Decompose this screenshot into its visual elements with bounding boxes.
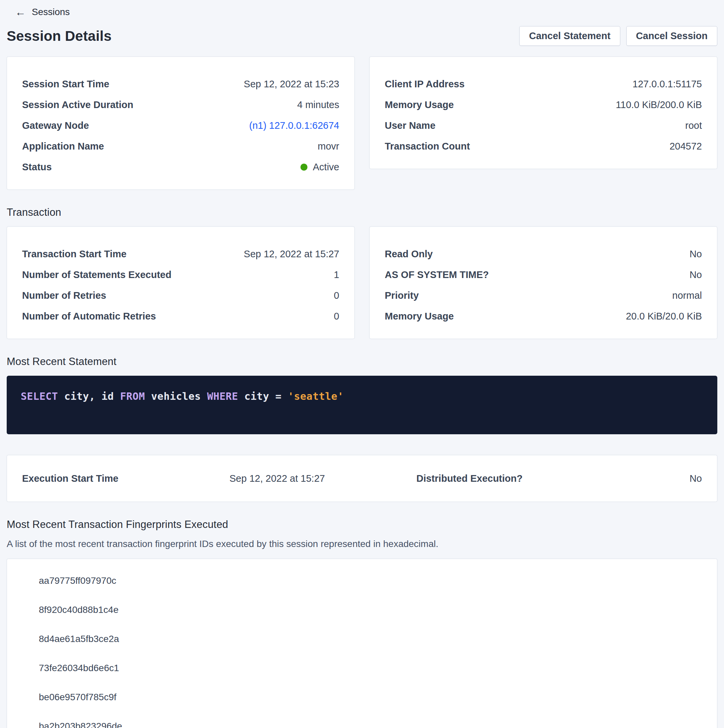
sql-keyword: FROM xyxy=(120,390,145,402)
distributed-execution-label: Distributed Execution? xyxy=(416,473,690,484)
row-label: Transaction Start Time xyxy=(22,248,127,260)
title-bar: Session Details Cancel Statement Cancel … xyxy=(7,26,717,46)
gateway-node-row: Gateway Node (n1) 127.0.0.1:62674 xyxy=(22,115,339,136)
row-value: (n1) 127.0.0.1:62674 xyxy=(249,120,339,131)
row-label: Priority xyxy=(385,290,419,301)
fingerprint-item: aa79775ff097970c xyxy=(39,575,702,586)
sql-statement-box: SELECT city, id FROM vehicles WHERE city… xyxy=(7,376,717,434)
row-value: normal xyxy=(672,290,702,301)
as-of-system-time-row: AS OF SYSTEM TIME? No xyxy=(385,264,702,285)
row-label: Session Active Duration xyxy=(22,99,133,110)
session-start-time-row: Session Start Time Sep 12, 2022 at 15:23 xyxy=(22,73,339,94)
fingerprint-item: ba2b203b823296de xyxy=(39,720,702,728)
transaction-props-card: Read Only No AS OF SYSTEM TIME? No Prior… xyxy=(369,226,717,339)
automatic-retries-row: Number of Automatic Retries 0 xyxy=(22,306,339,327)
row-label: Application Name xyxy=(22,141,104,152)
back-arrow-icon: ← xyxy=(15,8,26,17)
status-value: Active xyxy=(313,161,339,173)
fingerprints-list: aa79775ff097970c 8f920c40d88b1c4e 8d4ae6… xyxy=(22,575,702,728)
row-value: No xyxy=(690,248,702,260)
statement-section-heading: Most Recent Statement xyxy=(7,356,717,368)
memory-usage-row: Memory Usage 110.0 KiB/200.0 KiB xyxy=(385,94,702,115)
row-value: 127.0.0.1:51175 xyxy=(633,78,702,90)
statements-executed-row: Number of Statements Executed 1 xyxy=(22,264,339,285)
fingerprint-item: be06e9570f785c9f xyxy=(39,691,702,703)
row-label: Number of Retries xyxy=(22,290,106,301)
client-info-card: Client IP Address 127.0.0.1:51175 Memory… xyxy=(369,57,717,169)
distributed-execution-value: No xyxy=(690,473,702,484)
fingerprints-description: A list of the most recent transaction fi… xyxy=(7,538,717,549)
sql-string-literal: 'seattle' xyxy=(288,390,344,402)
row-value: 1 xyxy=(334,269,339,280)
row-label: Transaction Count xyxy=(385,141,470,152)
read-only-row: Read Only No xyxy=(385,243,702,264)
sql-text: vehicles xyxy=(145,390,207,402)
execution-start-time-value: Sep 12, 2022 at 15:27 xyxy=(230,473,416,484)
row-value: root xyxy=(685,120,702,131)
sql-statement: SELECT city, id FROM vehicles WHERE city… xyxy=(21,390,344,402)
user-name-row: User Name root xyxy=(385,115,702,136)
fingerprint-item: 8d4ae61a5fb3ce2a xyxy=(39,633,702,645)
status-badge: Active xyxy=(300,161,339,173)
client-ip-row: Client IP Address 127.0.0.1:51175 xyxy=(385,73,702,94)
status-active-dot-icon xyxy=(300,164,308,171)
row-value: 20.0 KiB/20.0 KiB xyxy=(626,310,702,322)
row-label: AS OF SYSTEM TIME? xyxy=(385,269,489,280)
row-value: movr xyxy=(318,141,339,152)
session-details-page: ← Sessions Session Details Cancel Statem… xyxy=(0,0,724,728)
session-active-duration-row: Session Active Duration 4 minutes xyxy=(22,94,339,115)
transaction-count-row: Transaction Count 204572 xyxy=(385,136,702,157)
row-label: Memory Usage xyxy=(385,310,454,322)
row-label: Status xyxy=(22,161,52,173)
back-to-sessions-link[interactable]: ← Sessions xyxy=(15,7,70,17)
transaction-section-heading: Transaction xyxy=(7,206,717,219)
header-actions: Cancel Statement Cancel Session xyxy=(519,26,717,46)
application-name-row: Application Name movr xyxy=(22,136,339,157)
sql-keyword: WHERE xyxy=(207,390,238,402)
row-value: Sep 12, 2022 at 15:27 xyxy=(244,248,339,260)
cancel-statement-button[interactable]: Cancel Statement xyxy=(519,26,620,46)
cancel-session-button[interactable]: Cancel Session xyxy=(626,26,717,46)
row-value: 110.0 KiB/200.0 KiB xyxy=(616,99,702,110)
execution-start-time-label: Execution Start Time xyxy=(22,473,230,484)
row-value: 4 minutes xyxy=(297,99,339,110)
row-value: No xyxy=(690,269,702,280)
row-value: 204572 xyxy=(669,141,702,152)
sql-text: city, id xyxy=(58,390,120,402)
row-label: Session Start Time xyxy=(22,78,109,90)
page-title: Session Details xyxy=(7,28,112,44)
row-label: User Name xyxy=(385,120,436,131)
transaction-section: Transaction Start Time Sep 12, 2022 at 1… xyxy=(7,226,717,339)
fingerprints-section-heading: Most Recent Transaction Fingerprints Exe… xyxy=(7,518,717,531)
row-label: Memory Usage xyxy=(385,99,454,110)
row-label: Number of Statements Executed xyxy=(22,269,171,280)
fingerprints-card: aa79775ff097970c 8f920c40d88b1c4e 8d4ae6… xyxy=(7,559,717,728)
top-navigation: ← Sessions xyxy=(7,5,717,17)
row-label: Number of Automatic Retries xyxy=(22,310,156,322)
row-value: 0 xyxy=(334,290,339,301)
row-label: Read Only xyxy=(385,248,433,260)
txn-memory-usage-row: Memory Usage 20.0 KiB/20.0 KiB xyxy=(385,306,702,327)
priority-row: Priority normal xyxy=(385,285,702,306)
session-info-card: Session Start Time Sep 12, 2022 at 15:23… xyxy=(7,57,355,190)
back-label: Sessions xyxy=(32,7,70,17)
row-label: Client IP Address xyxy=(385,78,465,90)
transaction-start-time-row: Transaction Start Time Sep 12, 2022 at 1… xyxy=(22,243,339,264)
retries-row: Number of Retries 0 xyxy=(22,285,339,306)
fingerprint-item: 8f920c40d88b1c4e xyxy=(39,604,702,616)
session-summary-section: Session Start Time Sep 12, 2022 at 15:23… xyxy=(7,57,717,190)
execution-card: Execution Start Time Sep 12, 2022 at 15:… xyxy=(7,455,717,502)
row-value: 0 xyxy=(334,310,339,322)
transaction-info-card: Transaction Start Time Sep 12, 2022 at 1… xyxy=(7,226,355,339)
gateway-node-link[interactable]: (n1) 127.0.0.1:62674 xyxy=(249,120,339,131)
sql-text: city = xyxy=(238,390,288,402)
status-row: Status Active xyxy=(22,157,339,177)
row-value: Sep 12, 2022 at 15:23 xyxy=(244,78,339,90)
row-label: Gateway Node xyxy=(22,120,89,131)
fingerprint-item: 73fe26034bd6e6c1 xyxy=(39,662,702,674)
sql-keyword: SELECT xyxy=(21,390,58,402)
